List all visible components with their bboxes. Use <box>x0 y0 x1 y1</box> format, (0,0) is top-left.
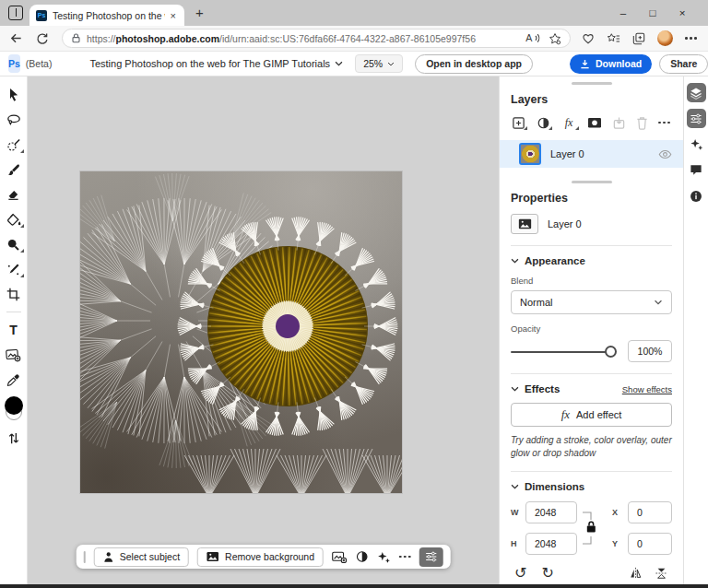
replace-image-icon[interactable] <box>332 550 348 564</box>
color-swatches[interactable] <box>4 396 24 421</box>
rotate-ccw-icon[interactable]: ↺ <box>514 566 526 581</box>
lasso-select-tool[interactable] <box>6 112 22 128</box>
main-area: T <box>0 76 708 584</box>
browser-profile-avatar[interactable] <box>657 30 673 46</box>
beta-label: (Beta) <box>26 58 53 69</box>
favorites-star-icon[interactable] <box>549 32 561 45</box>
height-input[interactable] <box>525 533 577 555</box>
foreground-color-swatch[interactable] <box>5 396 23 415</box>
move-into-group-icon[interactable] <box>612 116 626 130</box>
layer-type-icon <box>511 214 538 234</box>
layer-thumbnail[interactable] <box>519 143 541 165</box>
layer-mask-icon[interactable] <box>587 116 602 129</box>
zoom-level-dropdown[interactable]: 25% <box>355 54 403 73</box>
sparkle-icon <box>690 137 703 151</box>
x-input[interactable] <box>628 501 672 523</box>
favorites-bar-icon[interactable] <box>607 32 620 45</box>
delete-layer-icon[interactable] <box>636 116 648 130</box>
tab-actions-icon[interactable] <box>8 6 23 20</box>
flip-vertical-icon[interactable] <box>655 567 668 580</box>
layer-visibility-eye-icon[interactable] <box>658 149 672 159</box>
read-aloud-icon[interactable]: A <box>525 32 541 44</box>
open-in-desktop-button[interactable]: Open in desktop app <box>415 54 533 74</box>
layers-more-icon[interactable] <box>658 122 670 124</box>
collections-icon[interactable] <box>632 32 645 45</box>
eraser-tool[interactable] <box>6 186 22 203</box>
opacity-slider[interactable] <box>511 345 617 359</box>
healing-brush-tool[interactable] <box>6 261 22 277</box>
adjustments-icon[interactable] <box>356 550 369 563</box>
chevron-down-icon <box>511 484 519 489</box>
swap-arrows-icon[interactable] <box>6 429 22 446</box>
clone-stamp-tool[interactable] <box>6 236 22 253</box>
brush-tool[interactable] <box>6 161 22 178</box>
select-subject-button[interactable]: Select subject <box>94 547 189 567</box>
show-effects-link[interactable]: Show effects <box>622 384 672 394</box>
document-title-menu[interactable]: Testing Photoshop on the web for The GIM… <box>89 58 343 69</box>
taskbar-drag-handle[interactable] <box>83 551 86 563</box>
taskbar-settings-button[interactable] <box>419 547 443 567</box>
type-tool[interactable]: T <box>6 322 22 338</box>
maximize-button[interactable]: □ <box>638 7 667 18</box>
info-panel-toggle[interactable] <box>687 186 706 206</box>
enhance-sparkle-icon[interactable] <box>377 550 391 564</box>
quick-select-tool[interactable] <box>6 136 22 153</box>
dimensions-section-header[interactable]: Dimensions <box>511 481 672 492</box>
flip-horizontal-icon[interactable] <box>629 567 643 580</box>
link-dimensions-lock-icon[interactable] <box>581 501 599 555</box>
appearance-section-header[interactable]: Appearance <box>511 255 672 266</box>
new-layer-icon[interactable] <box>511 115 525 130</box>
minimize-button[interactable]: – <box>608 7 638 18</box>
width-input[interactable] <box>525 501 577 523</box>
browser-address-bar: https://photoshop.adobe.com/id/urn:aaid:… <box>0 26 708 52</box>
tab-close-icon[interactable]: × <box>169 10 178 21</box>
lock-icon[interactable] <box>71 32 81 44</box>
browser-titlebar: Ps Testing Photoshop on the web fo × + –… <box>0 0 708 26</box>
fill-bucket-tool[interactable] <box>6 211 22 228</box>
back-icon[interactable] <box>9 31 23 45</box>
opacity-slider-knob[interactable] <box>605 346 617 358</box>
canvas-area[interactable]: Select subject Remove background <box>28 76 499 584</box>
add-image-tool[interactable] <box>6 347 22 363</box>
more-actions-icon[interactable] <box>399 556 411 559</box>
remove-background-button[interactable]: Remove background <box>197 547 324 567</box>
blend-mode-select[interactable]: Normal <box>511 290 672 314</box>
refresh-icon[interactable] <box>36 32 49 45</box>
section-divider <box>511 373 672 374</box>
url-bar[interactable]: https://photoshop.adobe.com/id/urn:aaid:… <box>62 29 571 48</box>
ai-sparkle-panel-toggle[interactable] <box>687 135 706 154</box>
tools-divider <box>6 312 21 312</box>
document-image[interactable] <box>80 171 402 493</box>
browser-settings-more-icon[interactable] <box>685 37 697 40</box>
layer-row-selected[interactable]: Layer 0 <box>500 140 683 168</box>
move-tool[interactable] <box>6 87 22 103</box>
contextual-taskbar[interactable]: Select subject Remove background <box>76 545 451 569</box>
comments-panel-toggle[interactable] <box>687 160 706 180</box>
adjustment-layer-icon[interactable] <box>536 115 550 130</box>
close-button[interactable]: × <box>667 7 697 18</box>
properties-layer-chip: Layer 0 <box>511 214 672 234</box>
browser-tab[interactable]: Ps Testing Photoshop on the web fo × <box>30 5 184 26</box>
properties-panel-toggle[interactable] <box>687 109 706 128</box>
chevron-down-icon <box>511 258 519 264</box>
y-input[interactable] <box>628 533 672 555</box>
share-button[interactable]: Share <box>659 54 708 74</box>
effects-section-header[interactable]: Effects Show effects <box>511 383 672 394</box>
browser-essentials-icon[interactable] <box>582 32 595 45</box>
layers-panel-toggle[interactable] <box>687 83 706 102</box>
eyedropper-tool[interactable] <box>6 371 22 388</box>
person-icon <box>103 551 114 563</box>
new-tab-button[interactable]: + <box>195 5 204 21</box>
panel-drag-handle[interactable] <box>572 82 612 85</box>
photoshop-favicon: Ps <box>36 10 47 21</box>
browser-toolbar-icons <box>582 30 697 46</box>
panel-drag-handle[interactable] <box>572 181 612 183</box>
rotate-cw-icon[interactable]: ↻ <box>541 566 553 581</box>
photoshop-app-bar: Ps (Beta) Testing Photoshop on the web f… <box>0 52 708 76</box>
opacity-value-input[interactable] <box>628 340 672 362</box>
crop-tool[interactable] <box>6 286 22 302</box>
download-button[interactable]: Download <box>570 54 652 74</box>
add-effect-button[interactable]: fx Add effect <box>511 403 672 427</box>
url-text: https://photoshop.adobe.com/id/urn:aaid:… <box>87 33 518 44</box>
layer-effects-fx-icon[interactable]: fx <box>560 115 577 130</box>
